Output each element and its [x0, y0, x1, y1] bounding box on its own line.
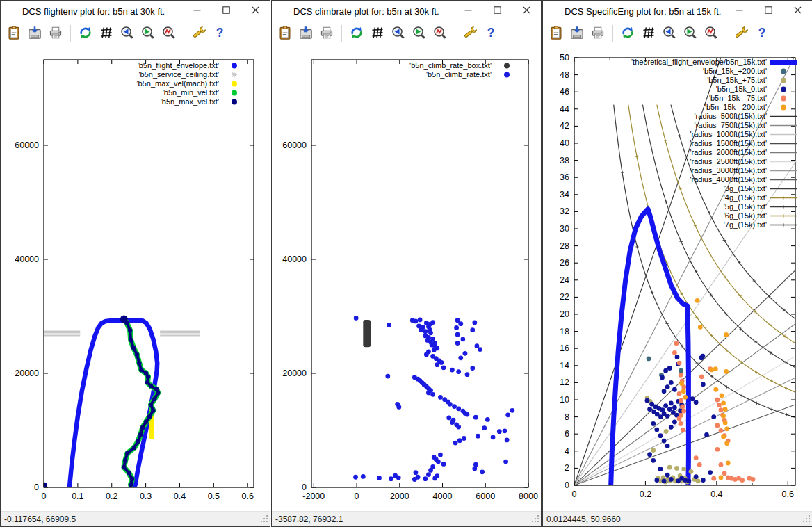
window-title: DCS climbrate plot for: b5n at 30k ft. — [293, 6, 453, 17]
help-button[interactable]: ? — [752, 24, 772, 43]
replot-button[interactable] — [75, 24, 96, 43]
resize-grip[interactable] — [531, 514, 539, 525]
radius-line — [574, 324, 795, 485]
data-point — [672, 350, 677, 355]
grid-toggle-button[interactable] — [96, 24, 117, 43]
print-button[interactable] — [316, 24, 337, 43]
autoscale-button[interactable] — [430, 24, 450, 43]
plot-area — [42, 316, 200, 488]
data-point — [480, 469, 485, 474]
chart-window-icon — [548, 5, 560, 17]
refresh-icon — [350, 26, 364, 42]
data-point — [428, 468, 433, 473]
specificeng-chart[interactable]: 00.20.40.6024681012141618202224262830323… — [543, 45, 812, 511]
legend-label: 'b5n_15k_+200.txt' — [703, 67, 767, 75]
x-tick-label: 0.6 — [782, 489, 794, 499]
data-point — [455, 332, 460, 337]
data-point — [424, 352, 429, 357]
resize-grip[interactable] — [260, 514, 268, 525]
climbrate-chart[interactable]: -2000020004000600080000200004000060000'b… — [272, 45, 541, 511]
help-button[interactable]: ? — [209, 24, 230, 43]
minimize-button[interactable] — [182, 1, 211, 22]
legend-marker-dot — [232, 63, 237, 69]
legend-label: 'b5n_max_vel(mach).txt' — [136, 79, 219, 88]
zoom-previous-button[interactable] — [659, 24, 680, 43]
legend-label: 'b5n_flight_envelope.txt' — [138, 61, 219, 70]
toolbar-separator — [612, 25, 613, 42]
zoom-previous-button[interactable] — [388, 24, 409, 43]
data-point — [436, 460, 441, 464]
save-icon — [28, 26, 42, 42]
legend-label: 'b5n_climb_rate.txt' — [426, 70, 492, 79]
replot-button[interactable] — [346, 24, 367, 43]
export-image-button[interactable] — [295, 24, 316, 43]
data-point — [701, 382, 706, 387]
legend-label: 'b5n_15k_+75.txt' — [707, 76, 767, 84]
close-button[interactable] — [241, 1, 270, 22]
zoom-next-button[interactable] — [409, 24, 430, 43]
curve-tick-marker — [785, 387, 788, 389]
wrench-icon — [734, 26, 748, 42]
data-point — [462, 436, 466, 441]
data-point — [396, 476, 401, 480]
data-point — [387, 323, 391, 327]
copy-clipboard-button[interactable] — [546, 24, 567, 43]
data-point — [441, 462, 446, 467]
close-button[interactable] — [783, 1, 812, 22]
resize-grip[interactable] — [802, 514, 811, 525]
maximize-icon — [763, 5, 774, 18]
data-point — [679, 421, 683, 426]
zoom-next-button[interactable] — [680, 24, 701, 43]
data-point — [491, 435, 496, 439]
data-point — [470, 366, 475, 371]
close-icon — [793, 5, 803, 18]
export-image-button[interactable] — [24, 24, 45, 43]
x-tick-label: 0 — [355, 492, 359, 501]
titlebar[interactable]: DCS flightenv plot for: b5n at 30k ft. — [1, 1, 270, 22]
y-tick-label: 8 — [565, 412, 569, 422]
maximize-button[interactable] — [482, 1, 512, 22]
y-tick-label: 20 — [560, 309, 569, 319]
zoom-previous-button[interactable] — [117, 24, 138, 43]
print-button[interactable] — [45, 24, 66, 43]
y-tick-label: 2 — [565, 463, 569, 473]
data-point — [129, 338, 133, 342]
data-point — [686, 478, 691, 483]
flightenv-chart[interactable]: 00.10.20.30.40.50.60200004000060000'b5n_… — [1, 45, 270, 511]
titlebar[interactable]: DCS climbrate plot for: b5n at 30k ft. — [272, 1, 541, 22]
plot-canvas[interactable]: 00.20.40.6024681012141618202224262830323… — [543, 45, 812, 511]
print-button[interactable] — [587, 24, 608, 43]
replot-button[interactable] — [617, 24, 638, 43]
help-button[interactable]: ? — [480, 24, 501, 43]
maximize-button[interactable] — [754, 1, 783, 22]
zoom-next-button[interactable] — [138, 24, 159, 43]
y-tick-label: 48 — [560, 70, 569, 80]
data-line — [611, 209, 689, 485]
maximize-button[interactable] — [211, 1, 241, 22]
data-point — [460, 337, 465, 341]
options-button[interactable] — [188, 24, 209, 43]
close-button[interactable] — [512, 1, 541, 22]
x-tick-label: 0.4 — [174, 492, 186, 501]
svg-text:?: ? — [758, 26, 766, 40]
export-image-button[interactable] — [567, 24, 587, 43]
options-button[interactable] — [460, 24, 480, 43]
plot-canvas[interactable]: 00.10.20.30.40.50.60200004000060000'b5n_… — [1, 45, 270, 511]
titlebar[interactable]: DCS SpecificEng plot for: b5n at 15k ft. — [543, 1, 812, 22]
copy-clipboard-button[interactable] — [275, 24, 295, 43]
autoscale-button[interactable] — [701, 24, 722, 43]
toolbar: ? — [1, 22, 270, 45]
zoom-previous-icon — [120, 26, 134, 42]
grid-toggle-button[interactable] — [638, 24, 659, 43]
minimize-button[interactable] — [724, 1, 754, 22]
minimize-button[interactable] — [453, 1, 482, 22]
data-point — [426, 472, 431, 477]
copy-clipboard-button[interactable] — [3, 24, 24, 43]
options-button[interactable] — [731, 24, 752, 43]
autoscale-button[interactable] — [159, 24, 179, 43]
data-point — [719, 476, 724, 480]
plot-canvas[interactable]: -2000020004000600080000200004000060000'b… — [272, 45, 541, 511]
grid-toggle-button[interactable] — [367, 24, 388, 43]
minimize-icon — [734, 5, 745, 18]
data-point — [715, 423, 720, 428]
